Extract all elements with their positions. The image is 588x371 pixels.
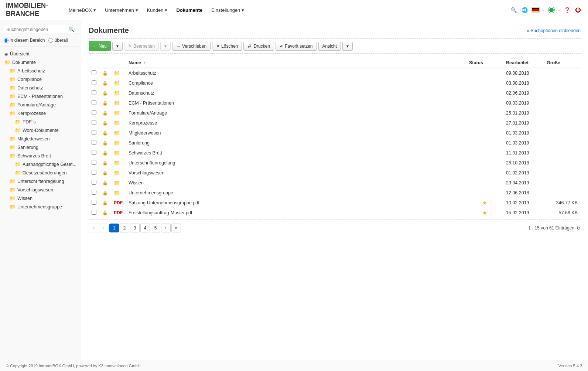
sidebar-tree-item[interactable]: 📁PDF´s	[0, 118, 81, 126]
sidebar-tree-item[interactable]: 📁Formulare/Anträge	[0, 101, 81, 109]
radio-this-area-label[interactable]: in diesem Bereich	[4, 38, 45, 43]
sidebar-tree-item[interactable]: 📁Unterschriftenregelung	[0, 177, 81, 186]
row-name[interactable]: Mitglederwesen	[126, 128, 466, 138]
search-button[interactable]: 🔍	[66, 25, 77, 34]
sidebar-tree-item[interactable]: 📁ECM - Präsentationen	[0, 92, 81, 101]
row-name[interactable]: Compliance	[126, 78, 466, 88]
sidebar: 🔍 in diesem Bereich überall ◉ Übersicht …	[0, 20, 81, 360]
sidebar-tree-item[interactable]: 📁Schwarzes Brett	[0, 152, 81, 160]
page-number-button[interactable]: 1	[109, 224, 119, 232]
page-number-button[interactable]: 2	[120, 224, 129, 232]
page-number-button[interactable]: 5	[151, 224, 160, 232]
col-size-header[interactable]: Größe	[544, 58, 581, 68]
sidebar-tree-item[interactable]: 📁Vorschlagswesen	[0, 186, 81, 194]
sidebar-tree-item[interactable]: 📁Dokumente	[0, 58, 81, 67]
row-checkbox[interactable]	[92, 70, 96, 75]
sidebar-tree-item[interactable]: 📁Word-Dokumente	[0, 126, 81, 135]
lock-icon: 🔒	[102, 101, 108, 106]
row-name[interactable]: Schwarzes Brett	[126, 148, 466, 158]
row-checkbox[interactable]	[92, 210, 96, 215]
row-checkbox[interactable]	[92, 120, 96, 125]
search-input[interactable]	[4, 25, 66, 34]
status-icon[interactable]	[547, 6, 555, 14]
row-checkbox[interactable]	[92, 100, 96, 105]
row-size	[544, 108, 581, 118]
nav-item-meinebox[interactable]: MeineBOX ▾	[65, 5, 100, 15]
view-dropdown-button[interactable]: ▾	[342, 42, 353, 51]
row-checkbox[interactable]	[92, 90, 96, 95]
row-name[interactable]: Formulare/Anträge	[126, 108, 466, 118]
flag-icon[interactable]	[531, 6, 540, 14]
row-checkbox[interactable]	[92, 170, 96, 175]
sidebar-tree-item[interactable]: 📁Aushangpflichtige Geset...	[0, 160, 81, 169]
row-checkbox[interactable]	[92, 110, 96, 115]
sidebar-tree-item[interactable]: 📁Wissen	[0, 194, 81, 202]
page-number-button[interactable]: 4	[140, 224, 150, 232]
row-name[interactable]: Unternehmensgruppe	[126, 188, 466, 198]
favorite-button[interactable]: ✔ Favorit setzen	[276, 42, 317, 51]
sidebar-tree-item[interactable]: 📁Datenschutz	[0, 84, 81, 92]
search-options-link[interactable]: » Suchoptionen einblenden	[527, 28, 581, 33]
view-button[interactable]: Ansicht	[318, 42, 341, 51]
row-name[interactable]: Kernprozesse	[126, 118, 466, 128]
row-checkbox[interactable]	[92, 200, 96, 205]
radio-this-area[interactable]	[4, 38, 8, 43]
print-button[interactable]: 🖨 Drucken	[243, 42, 274, 51]
page-first-button[interactable]: «	[89, 224, 98, 232]
row-name[interactable]: Satzung-Unternehmensgruppe.pdf	[126, 198, 466, 208]
help-icon[interactable]: ❓	[563, 6, 571, 14]
row-checkbox[interactable]	[92, 140, 96, 145]
search-icon[interactable]: 🔍	[509, 6, 517, 14]
page-prev-button[interactable]: ‹	[99, 224, 109, 232]
refresh-icon[interactable]: ↻	[577, 225, 581, 231]
col-name-header[interactable]: Name ↑	[126, 58, 466, 68]
radio-all[interactable]	[48, 38, 53, 43]
nav-item-kunden[interactable]: Kunden ▾	[143, 5, 171, 15]
sidebar-tree-item[interactable]: 📁Mitglederwesen	[0, 135, 81, 143]
row-name[interactable]: Datenschutz	[126, 88, 466, 98]
folder-icon: 📁	[114, 160, 120, 166]
page-number-button[interactable]: 3	[130, 224, 140, 232]
power-icon[interactable]: ⏻	[574, 6, 582, 14]
row-checkbox[interactable]	[92, 180, 96, 185]
sidebar-tree-item[interactable]: 📁Arbeitsschutz	[0, 67, 81, 75]
row-name[interactable]: Vorschlagswesen	[126, 168, 466, 178]
page-next-button[interactable]: ›	[161, 224, 171, 232]
sidebar-item-overview[interactable]: ◉ Übersicht	[0, 50, 81, 58]
page-last-button[interactable]: »	[171, 224, 181, 232]
sidebar-tree-item[interactable]: 📁Kernprozesse	[0, 109, 81, 118]
row-name[interactable]: Arbeitsschutz	[126, 68, 466, 78]
row-checkbox[interactable]	[92, 80, 96, 85]
new-dropdown-button[interactable]: ▾	[112, 42, 123, 51]
row-checkbox[interactable]	[92, 190, 96, 195]
row-name[interactable]: Wissen	[126, 178, 466, 188]
nav-item-einstellungen[interactable]: Einstellungen ▾	[208, 5, 248, 15]
move-button[interactable]: → Verschieben	[172, 42, 211, 51]
nav-item-dokumente[interactable]: Dokumente	[172, 5, 206, 15]
chevron-down-icon: ▾	[136, 7, 138, 13]
radio-all-label[interactable]: überall	[48, 38, 68, 43]
globe-icon[interactable]: 🌐	[520, 6, 529, 14]
delete-button[interactable]: ✕ Löschen	[212, 42, 242, 51]
sidebar-tree-item[interactable]: 📁Sanierung	[0, 143, 81, 152]
row-checkbox[interactable]	[92, 160, 96, 165]
edit-dropdown-button[interactable]: ▾	[160, 42, 171, 51]
print-icon: 🖨	[247, 44, 252, 49]
lock-icon: 🔒	[102, 81, 108, 86]
row-checkbox[interactable]	[92, 150, 96, 155]
row-name[interactable]: Freistellungsauftrag-Muster.pdf	[126, 208, 466, 218]
nav-item-unternehmen[interactable]: Unternehmen ▾	[101, 5, 142, 15]
col-status-header[interactable]: Status	[466, 58, 503, 68]
row-name[interactable]: ECM - Präsentationen	[126, 98, 466, 108]
sidebar-tree-item[interactable]: 📁Compliance	[0, 75, 81, 84]
search-radios: in diesem Bereich überall	[0, 38, 81, 47]
sidebar-tree-item[interactable]: 📁Gesetzesänderungen	[0, 169, 81, 177]
col-modified-header[interactable]: Bearbeitet	[503, 58, 544, 68]
row-status	[466, 138, 503, 148]
row-checkbox[interactable]	[92, 130, 96, 135]
sidebar-tree-item[interactable]: 📁Unternehmensgruppe	[0, 202, 81, 211]
edit-button[interactable]: ✎ Bearbeiten	[124, 42, 159, 51]
row-name[interactable]: Sanierung	[126, 138, 466, 148]
row-name[interactable]: Unterschriftenregelung	[126, 158, 466, 168]
new-button[interactable]: ＋ Neu	[89, 41, 111, 51]
